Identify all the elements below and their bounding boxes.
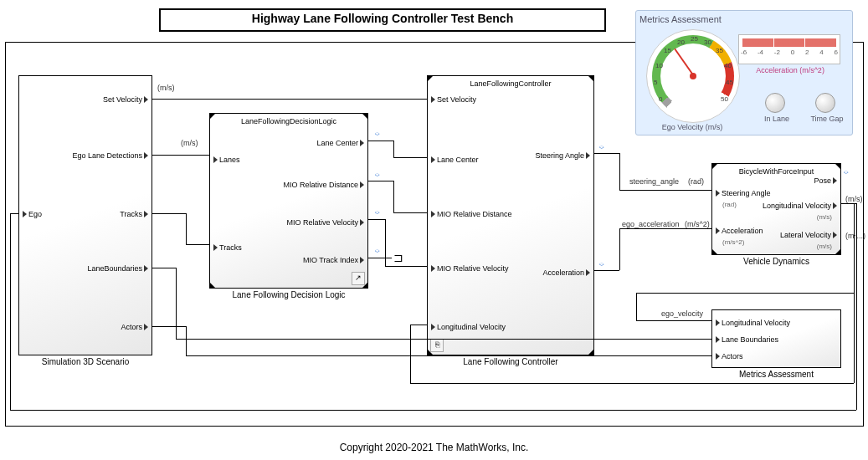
port-laneboundaries-out: LaneBoundaries <box>87 264 148 273</box>
wire <box>152 213 186 214</box>
block-metrics-assessment[interactable]: Longitudinal Velocity Lane Boundaries Ac… <box>711 309 841 368</box>
wire <box>856 203 857 410</box>
port-lane-center-out: Lane Center <box>316 139 364 147</box>
wire <box>410 383 854 384</box>
wire <box>10 213 18 214</box>
port-ma-actors: Actors <box>716 352 743 360</box>
metrics-dashboard: Metrics Assessment 0 5 10 15 20 25 30 35… <box>635 10 853 135</box>
port-set-velocity-out: Set Velocity <box>103 95 148 104</box>
lamp1-label: In Lane <box>752 115 802 123</box>
wire <box>385 266 427 267</box>
lamp-in-lane[interactable] <box>765 93 785 113</box>
port-ctrl-miodist: MIO Relative Distance <box>431 210 512 218</box>
terminator-icon: ⊐ <box>393 251 403 264</box>
wire <box>10 410 856 411</box>
port-veh-accel: Acceleration <box>716 227 763 235</box>
log-icon: ⌔ <box>599 261 603 269</box>
simulink-canvas[interactable]: Highway Lane Following Controller Test B… <box>0 0 868 460</box>
block-simulation-3d-scenario[interactable]: Ego Set Velocity Ego Lane Detections Tra… <box>18 75 152 355</box>
decision-title: LaneFollowingDecisionLogic <box>210 117 367 125</box>
tick: 15 <box>664 47 671 54</box>
wire <box>841 203 848 204</box>
tick: 0 <box>659 95 662 103</box>
port-veh-longvel: Longitudinal Velocity <box>763 202 837 210</box>
wire <box>619 190 711 191</box>
wire <box>368 141 393 141</box>
wire <box>636 320 711 321</box>
tick: 35 <box>716 47 723 54</box>
port-ctrl-miovel: MIO Relative Velocity <box>431 264 509 273</box>
unit-acc: (m/s^2) <box>722 238 744 246</box>
tick: -4 <box>758 49 763 56</box>
siglabel-latv-unit: (m⋅...) <box>845 232 865 240</box>
wire <box>594 153 619 154</box>
accel-bar-gauge[interactable]: -6 -4 -2 0 2 4 6 <box>738 34 840 64</box>
port-ma-laneb: Lane Boundaries <box>716 335 778 344</box>
port-mio-vel-out: MIO Relative Velocity <box>286 218 364 227</box>
label-decision: Lane Following Decision Logic <box>209 290 368 299</box>
block-vehicle-dynamics[interactable]: BicycleWithForceInput Steering Angle (ra… <box>711 163 841 255</box>
speed-gauge[interactable]: 0 5 10 15 20 25 30 35 40 45 50 <box>646 29 740 123</box>
unit-lv: (m/s) <box>817 213 832 221</box>
port-veh-pose: Pose <box>814 176 837 185</box>
wire <box>410 325 427 325</box>
port-ctrl-lanecenter: Lane Center <box>431 156 479 164</box>
siglabel-accel: ego_acceleration <box>622 220 680 228</box>
unit-sa: (rad) <box>722 201 737 208</box>
tick: 6 <box>835 49 838 56</box>
port-ego-lane-out: Ego Lane Detections <box>72 151 148 160</box>
wire <box>152 99 427 100</box>
wire <box>186 326 187 355</box>
block-controller[interactable]: LaneFollowingController Set Velocity Lan… <box>427 75 594 355</box>
tick: 0 <box>791 49 794 56</box>
wire <box>368 181 393 181</box>
siglabel-egovel: ego_velocity <box>661 309 703 318</box>
wire <box>10 213 11 410</box>
wire <box>186 213 187 244</box>
port-ctrl-steering: Steering Angle <box>535 151 590 160</box>
label-scenario: Simulation 3D Scenario <box>18 357 152 366</box>
port-tracks-out: Tracks <box>120 210 148 218</box>
wire <box>186 244 209 245</box>
siglabel-pose-unit: (m/s) <box>845 195 863 203</box>
port-veh-latvel: Lateral Velocity <box>780 231 837 239</box>
tick: 5 <box>654 79 657 86</box>
wire <box>385 219 386 266</box>
siglabel-accel-unit: (m/s^2) <box>685 220 710 228</box>
unit-latv: (m/s) <box>817 243 832 250</box>
tick: 20 <box>677 38 685 46</box>
wire <box>619 153 620 190</box>
port-mio-idx-out: MIO Track Index <box>303 256 364 264</box>
wire <box>152 326 186 327</box>
log-icon: ⌔ <box>375 130 379 139</box>
tick: 2 <box>805 49 809 56</box>
tick: -6 <box>741 49 747 56</box>
block-decision-logic[interactable]: LaneFollowingDecisionLogic Lanes Tracks … <box>209 113 368 289</box>
log-icon: ⌔ <box>844 169 848 177</box>
siglabel-setvel-unit: (m/s) <box>157 84 175 92</box>
port-tracks-in: Tracks <box>213 243 242 252</box>
label-metrics: Metrics Assessment <box>711 370 841 379</box>
siglabel-steering: steering_angle <box>629 177 679 186</box>
lamp-time-gap[interactable] <box>815 93 835 113</box>
port-actors-out: Actors <box>121 323 148 331</box>
hbar-label: Acceleration (m/s^2) <box>740 66 840 74</box>
tick: 10 <box>655 62 663 69</box>
tick: 45 <box>726 79 733 86</box>
wire <box>636 293 854 294</box>
wire <box>176 268 177 339</box>
wire <box>410 325 411 383</box>
tick: 40 <box>724 62 732 69</box>
wire <box>393 212 427 213</box>
metrics-title: Metrics Assessment <box>639 14 849 24</box>
wire <box>393 141 394 157</box>
model-title: Highway Lane Following Controller Test B… <box>159 8 606 32</box>
wire <box>368 219 385 220</box>
copyright-text: Copyright 2020-2021 The MathWorks, Inc. <box>0 442 868 453</box>
wire <box>594 270 619 271</box>
wire <box>854 203 855 383</box>
port-lanes-in: Lanes <box>213 156 240 164</box>
label-controller: Lane Following Controller <box>427 357 594 366</box>
tick: 4 <box>819 49 823 56</box>
wire <box>393 181 394 212</box>
